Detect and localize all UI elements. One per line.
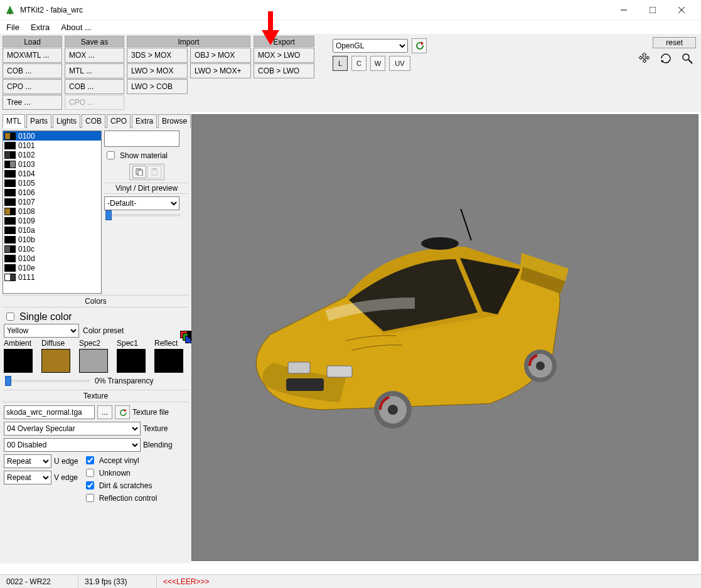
move-icon[interactable] [638,52,651,67]
swatch-icon [4,227,16,234]
material-item[interactable]: 0106 [3,188,101,197]
browse-file-button[interactable]: ... [97,405,112,419]
minimize-button[interactable] [609,1,638,19]
color-label-spec1: Spec1 [117,339,138,348]
shade-c-button[interactable]: C [351,56,367,71]
load-header: Load [3,36,62,47]
texture-file-input[interactable] [4,405,95,419]
material-item[interactable]: 010d [3,254,101,263]
import-3ds[interactable]: 3DS > MOX [127,48,188,63]
material-item[interactable]: 010e [3,263,101,272]
import-lwo-cob[interactable]: LWO > COB [127,79,188,94]
single-color-check[interactable]: Single color [4,311,188,323]
vedge-select[interactable]: Repeat [4,471,51,484]
material-item[interactable]: 0111 [3,272,101,282]
material-item[interactable]: 0104 [3,169,101,178]
vinyl-slider[interactable] [105,214,181,216]
material-item[interactable]: 0107 [3,197,101,206]
color-swatch-spec1[interactable] [117,349,146,373]
material-item[interactable]: 0108 [3,206,101,216]
color-swatch-reflect[interactable] [154,349,183,373]
tab-browse[interactable]: Browse [158,114,191,128]
svg-marker-15 [124,409,127,412]
load-mox-mtl[interactable]: MOX\MTL ... [3,48,62,63]
material-item[interactable]: 010a [3,225,101,235]
close-button[interactable] [667,1,696,19]
viewport-3d[interactable] [191,114,698,561]
show-material-check[interactable]: Show material [104,149,189,161]
svg-rect-14 [153,168,156,170]
color-swatch-spec2[interactable] [79,349,108,373]
save-mtl[interactable]: MTL ... [65,63,124,78]
material-item[interactable]: 010c [3,244,101,254]
transparency-slider[interactable] [5,380,90,382]
swatch-icon [4,274,16,281]
save-cob[interactable]: COB ... [65,79,124,94]
color-preset-select[interactable]: Yellow [4,324,79,338]
tab-cpo[interactable]: CPO [107,114,131,128]
swatch-icon [4,236,16,243]
load-tree[interactable]: Tree ... [3,95,62,110]
check-reflection[interactable]: Reflection control [83,492,158,504]
shade-uv-button[interactable]: UV [389,56,410,71]
vinyl-preset-select[interactable]: -Default- [104,196,179,210]
material-list[interactable]: 0100010101020103010401050106010701080109… [3,131,102,294]
color-swatch-ambient[interactable] [4,349,33,373]
car-model [227,209,578,435]
menu-about[interactable]: About ... [61,23,91,32]
material-item[interactable]: 0109 [3,216,101,225]
svg-marker-7 [421,41,424,45]
material-item[interactable]: 0101 [3,141,101,150]
export-mox-lwo[interactable]: MOX > LWO [254,48,314,63]
material-name-input[interactable] [104,131,179,147]
refresh-button[interactable] [412,38,427,53]
check-unknown[interactable]: Unknown [83,467,158,479]
tab-lights[interactable]: Lights [53,114,80,128]
import-lwo-mox[interactable]: LWO > MOX [127,63,188,78]
render-mode-select[interactable]: OpenGL [333,39,408,53]
maximize-button[interactable] [638,1,667,19]
swatch-icon [4,142,16,149]
menu-file[interactable]: File [6,23,19,32]
svg-rect-19 [288,362,310,373]
swatch-icon [4,189,16,196]
material-item[interactable]: 0102 [3,150,101,159]
zoom-icon[interactable] [681,52,693,67]
shade-w-button[interactable]: W [370,56,385,71]
import-obj[interactable]: OBJ > MOX [190,48,251,63]
menu-bar: File Extra About ... [0,20,701,34]
texture-file-label: Texture file [132,408,169,417]
swatch-icon [4,179,16,187]
export-cob-lwo[interactable]: COB > LWO [254,63,314,78]
swatch-icon [4,161,16,168]
material-item[interactable]: 010b [3,235,101,244]
status-fps: 31.9 fps (33) [78,575,157,588]
tab-extra[interactable]: Extra [132,114,157,128]
tab-cob[interactable]: COB [82,114,105,128]
shade-l-button[interactable]: L [333,56,348,71]
colors-header: Colors [3,295,189,307]
material-item[interactable]: 0103 [3,159,101,169]
reload-file-button[interactable] [115,405,130,419]
load-cob[interactable]: COB ... [3,63,62,78]
uedge-select[interactable]: Repeat [4,454,51,468]
tab-mtl[interactable]: MTL [3,114,25,128]
material-item[interactable]: 0100 [3,131,101,141]
load-cpo[interactable]: CPO ... [3,79,62,94]
reset-button[interactable]: reset [653,37,696,48]
blending-mode-select[interactable]: 00 Disabled [4,438,141,452]
copy-button[interactable] [132,166,146,178]
tab-parts[interactable]: Parts [26,114,51,128]
material-item[interactable]: 0105 [3,178,101,188]
import-lwo-moxp[interactable]: LWO > MOX+ [190,63,251,78]
status-bar: 0022 - WR22 31.9 fps (33) <<<LEER>>> [0,574,701,588]
check-accept-vinyl[interactable]: Accept vinyl [83,454,158,466]
rotate-icon[interactable] [660,52,672,67]
save-mox[interactable]: MOX ... [65,48,124,63]
menu-extra[interactable]: Extra [31,23,50,32]
color-label-diffuse: Diffuse [41,339,65,348]
check-dirt[interactable]: Dirt & scratches [83,479,158,491]
app-icon [5,5,15,15]
texture-mode-select[interactable]: 04 Overlay Specular [4,422,141,436]
color-swatch-diffuse[interactable] [41,349,70,373]
